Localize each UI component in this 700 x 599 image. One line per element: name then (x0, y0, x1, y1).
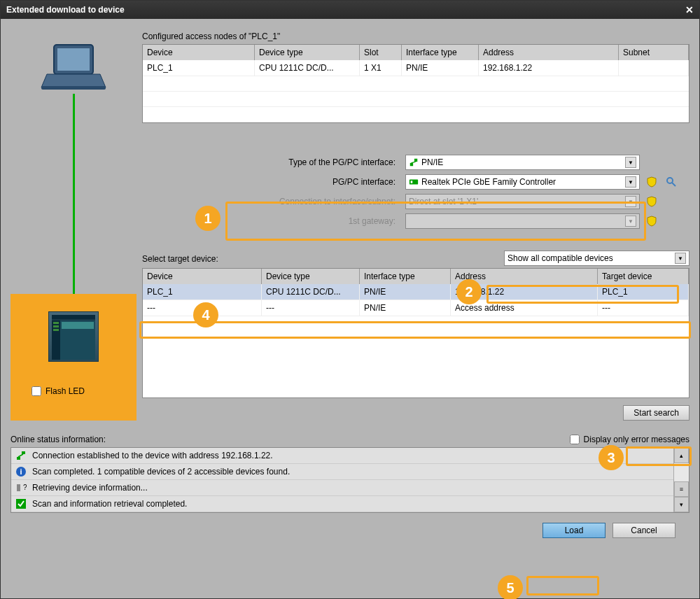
table-row[interactable]: PLC_1 CPU 1211C DC/D... 1 X1 PN/IE 192.1… (143, 60, 689, 76)
scroll-down-icon[interactable]: ▾ (674, 497, 689, 512)
filter-select[interactable]: Show all compatible devices ▼ (504, 251, 690, 266)
connection-graphic: Flash LED (10, 27, 136, 421)
svg-rect-5 (414, 159, 417, 162)
link-icon (15, 450, 27, 461)
list-item: ? Retrieving device information... (11, 480, 673, 496)
col-subnet: Subnet (619, 45, 689, 60)
svg-rect-3 (41, 86, 106, 90)
network-icon (409, 157, 419, 167)
svg-line-6 (412, 162, 416, 163)
col-addr: Address (479, 45, 619, 60)
config-nodes-table: Device Device type Slot Interface type A… (142, 44, 690, 123)
col-device: Device (143, 45, 255, 60)
chevron-down-icon[interactable]: ▼ (675, 253, 686, 264)
svg-line-10 (672, 183, 676, 186)
gw-label: 1st gateway: (142, 216, 401, 226)
close-icon[interactable]: ✕ (685, 4, 694, 15)
scrollbar[interactable]: ▴ ≡ ▾ (673, 448, 689, 512)
svg-line-13 (18, 454, 23, 457)
display-errors-input[interactable] (570, 435, 580, 444)
pgpc-value: Realtek PCIe GbE Family Controller (421, 177, 622, 187)
start-search-button[interactable]: Start search (623, 405, 690, 421)
col-target: Target device (598, 269, 689, 284)
table-row (143, 107, 689, 122)
svg-rect-11 (17, 457, 20, 460)
check-icon (15, 498, 27, 509)
svg-rect-16 (17, 484, 20, 491)
list-item: Connection established to the device wit… (11, 448, 673, 464)
network-card-icon (409, 177, 419, 187)
display-errors-label: Display only error messages (584, 435, 690, 444)
config-nodes-label: Configured access nodes of "PLC_1" (142, 31, 690, 41)
flash-led-label: Flash LED (46, 386, 85, 396)
table-row[interactable]: --- --- PN/IE Access address --- (143, 300, 689, 316)
pgpc-select[interactable]: Realtek PCIe GbE Family Controller ▼ (405, 174, 640, 190)
scroll-mid-icon[interactable]: ≡ (674, 481, 689, 497)
iface-type-select[interactable]: PN/IE ▼ (405, 155, 640, 170)
status-list: Connection established to the device wit… (10, 447, 690, 513)
col-iftype: Interface type (360, 269, 451, 284)
chevron-down-icon[interactable]: ▼ (625, 157, 636, 168)
svg-text:?: ? (23, 484, 27, 491)
callout-5: 5 (498, 575, 523, 599)
col-devtype: Device type (262, 269, 360, 284)
svg-rect-8 (411, 181, 413, 183)
shield-icon-btn[interactable] (644, 213, 659, 229)
shield-icon-btn[interactable] (644, 174, 659, 190)
callout-2: 2 (456, 279, 482, 304)
conn-select: Direct at slot '1 X1' ▼ (405, 194, 640, 209)
svg-rect-1 (57, 48, 90, 71)
callout-3: 3 (598, 445, 624, 470)
dialog-title: Extended download to device (6, 5, 125, 15)
iface-type-extra2 (664, 155, 679, 170)
col-device: Device (143, 269, 262, 284)
load-button[interactable]: Load (542, 523, 606, 538)
pgpc-label: PG/PC interface: (142, 177, 401, 187)
connection-line (73, 94, 75, 294)
target-label: Select target device: (142, 254, 218, 264)
svg-rect-4 (410, 163, 413, 166)
table-row (143, 76, 689, 92)
callout-4: 4 (193, 302, 218, 327)
cancel-button[interactable]: Cancel (612, 523, 676, 538)
table-row[interactable]: PLC_1 CPU 1211C DC/D... PN/IE 192.168.1.… (143, 284, 689, 300)
shield-icon-btn[interactable] (644, 194, 659, 209)
download-dialog: Extended download to device ✕ (0, 0, 700, 599)
search-icon-btn[interactable] (664, 174, 679, 190)
plc-device-icon (48, 311, 99, 362)
iface-type-extra (644, 155, 659, 170)
gw-select: ▼ (405, 213, 640, 229)
plc-graphic-box: Flash LED (10, 294, 136, 421)
col-devtype: Device type (255, 45, 360, 60)
chevron-down-icon[interactable]: ▼ (625, 176, 636, 188)
svg-text:i: i (20, 467, 22, 476)
col-slot: Slot (360, 45, 402, 60)
list-item: Scan and information retrieval completed… (11, 496, 673, 512)
flash-led-input[interactable] (31, 386, 41, 396)
callout-1: 1 (195, 206, 220, 231)
status-label: Online status information: (10, 435, 106, 444)
target-table: Device Device type Interface type Addres… (142, 268, 690, 398)
svg-point-9 (667, 178, 673, 183)
flash-led-checkbox[interactable]: Flash LED (31, 386, 85, 396)
chevron-down-icon: ▼ (625, 216, 636, 227)
filter-value: Show all compatible devices (507, 253, 675, 263)
iface-type-label: Type of the PG/PC interface: (142, 157, 401, 167)
display-errors-checkbox[interactable]: Display only error messages (570, 435, 690, 444)
scroll-up-icon[interactable]: ▴ (674, 448, 689, 463)
laptop-icon (38, 41, 108, 94)
chevron-down-icon: ▼ (625, 196, 636, 207)
list-item: i Scan completed. 1 compatible devices o… (11, 464, 673, 480)
col-iftype: Interface type (402, 45, 479, 60)
title-bar: Extended download to device ✕ (1, 1, 699, 19)
highlight-5 (526, 576, 599, 596)
svg-marker-2 (41, 74, 106, 87)
gw-extra (664, 213, 679, 229)
svg-rect-12 (22, 451, 25, 454)
info-icon: i (15, 466, 27, 477)
retrieve-icon: ? (15, 482, 27, 493)
table-row (143, 92, 689, 107)
conn-label: Connection to interface/subnet: (142, 197, 401, 206)
conn-extra (664, 194, 679, 209)
